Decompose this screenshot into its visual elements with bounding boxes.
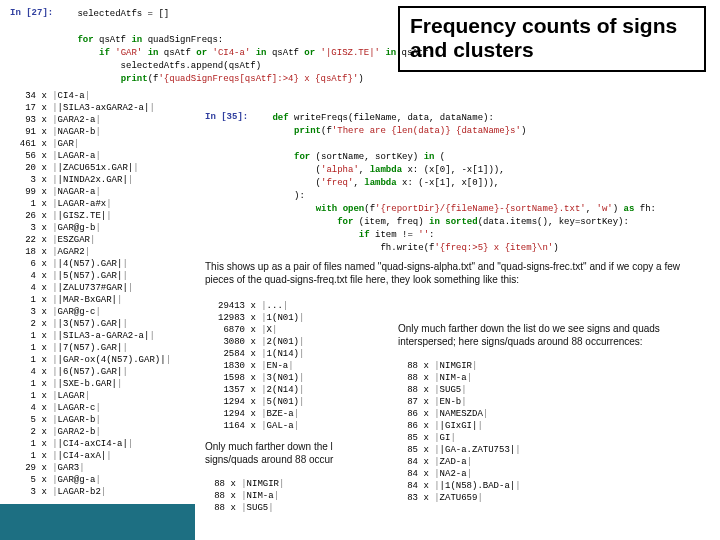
freq-row: 1 x ||SILA3-a-GARA2-a|| <box>10 330 185 342</box>
freq-row: 1 x ||7(N57).GAR|| <box>10 342 185 354</box>
freq-row: 4 x ||5(N57).GAR|| <box>10 270 185 282</box>
freq-row: 86 x |NAMESZDA| <box>398 408 578 420</box>
freq-row: 29 x |GAR3| <box>10 462 185 474</box>
freq-row: 1 x |LAGAR-a#x| <box>10 198 185 210</box>
freq-row: 85 x |GI| <box>398 432 578 444</box>
freq-row: 1 x ||CI4-axA|| <box>10 450 185 462</box>
freq-row: 2584 x |1(N14)| <box>205 348 345 360</box>
freq-row: 88 x |SUG5| <box>398 384 578 396</box>
freq-row: 1 x ||GAR-ox(4(N57).GAR)|| <box>10 354 185 366</box>
freq-row: 26 x ||GISZ.TE|| <box>10 210 185 222</box>
cell1-body: selectedAtfs = [] for qsAtf in quadSignF… <box>77 8 434 86</box>
midbottom-freq-list: 88 x |NIMGIR|88 x |NIM-a|88 x |SUG5| <box>205 478 345 514</box>
freq-row: 84 x |NA2-a| <box>398 468 578 480</box>
mid-freq-list: 29413 x |...|12983 x |1(N01)|6870 x |X|3… <box>205 300 345 432</box>
cell1-prompt: In [27]: <box>10 8 72 18</box>
freq-row: 34 x |CI4-a| <box>10 90 185 102</box>
freq-row: 1 x ||MAR-BxGAR|| <box>10 294 185 306</box>
freq-row: 56 x |LAGAR-a| <box>10 150 185 162</box>
freq-row: 84 x |ZAD-a| <box>398 456 578 468</box>
freq-row: 20 x ||ZACU651x.GAR|| <box>10 162 185 174</box>
freq-row: 6870 x |X| <box>205 324 345 336</box>
freq-row: 22 x |ESZGAR| <box>10 234 185 246</box>
freq-row: 88 x |NIMGIR| <box>205 478 345 490</box>
freq-row: 1830 x |EN-a| <box>205 360 345 372</box>
freq-row: 88 x |NIM-a| <box>398 372 578 384</box>
freq-row: 84 x ||1(N58).BAD-a|| <box>398 480 578 492</box>
freq-row: 88 x |NIMGIR| <box>398 360 578 372</box>
freq-row: 3 x |LAGAR-b2| <box>10 486 185 498</box>
freq-row: 3 x |GAR@g-b| <box>10 222 185 234</box>
freq-row: 4 x |LAGAR-c| <box>10 402 185 414</box>
freq-row: 5 x |LAGAR-b| <box>10 414 185 426</box>
code-cell-2: In [35]: def writeFreqs(fileName, data, … <box>205 112 705 255</box>
freq-row: 1294 x |BZE-a| <box>205 408 345 420</box>
freq-row: 1164 x |GAL-a| <box>205 420 345 432</box>
freq-row: 5 x |GAR@g-a| <box>10 474 185 486</box>
freq-row: 88 x |SUG5| <box>205 502 345 514</box>
freq-row: 2 x ||3(N57).GAR|| <box>10 318 185 330</box>
freq-row: 1294 x |5(N01)| <box>205 396 345 408</box>
freq-row: 18 x |AGAR2| <box>10 246 185 258</box>
freq-row: 1 x |LAGAR| <box>10 390 185 402</box>
freq-row: 17 x ||SILA3-axGARA2-a|| <box>10 102 185 114</box>
right-freq-list: 88 x |NIMGIR|88 x |NIM-a|88 x |SUG5|87 x… <box>398 360 578 504</box>
freq-row: 3 x ||NINDA2x.GAR|| <box>10 174 185 186</box>
code-cell-1: In [27]: selectedAtfs = [] for qsAtf in … <box>10 8 570 86</box>
freq-row: 88 x |NIM-a| <box>205 490 345 502</box>
freq-row: 1 x ||SXE-b.GAR|| <box>10 378 185 390</box>
freq-row: 1357 x |2(N14)| <box>205 384 345 396</box>
freq-row: 86 x ||GIxGI|| <box>398 420 578 432</box>
freq-row: 91 x |NAGAR-b| <box>10 126 185 138</box>
freq-row: 87 x |EN-b| <box>398 396 578 408</box>
freq-row: 83 x |ZATU659| <box>398 492 578 504</box>
freq-row: 461 x |GAR| <box>10 138 185 150</box>
cell2-body: def writeFreqs(fileName, data, dataName)… <box>272 112 656 255</box>
freq-row: 93 x |GARA2-a| <box>10 114 185 126</box>
explain-para-1: This shows up as a pair of files named "… <box>205 260 705 286</box>
freq-row: 4 x ||6(N57).GAR|| <box>10 366 185 378</box>
explain-para-2: Only much farther down the l signs/quads… <box>205 440 385 466</box>
freq-row: 85 x ||GA-a.ZATU753|| <box>398 444 578 456</box>
freq-row: 6 x ||4(N57).GAR|| <box>10 258 185 270</box>
footer-bar <box>0 504 195 540</box>
freq-row: 12983 x |1(N01)| <box>205 312 345 324</box>
left-freq-list: 34 x |CI4-a|17 x ||SILA3-axGARA2-a||93 x… <box>10 90 185 498</box>
freq-row: 3080 x |2(N01)| <box>205 336 345 348</box>
explain-para-3: Only much farther down the list do we se… <box>398 322 708 348</box>
freq-row: 29413 x |...| <box>205 300 345 312</box>
cell2-prompt: In [35]: <box>205 112 267 122</box>
freq-row: 99 x |NAGAR-a| <box>10 186 185 198</box>
freq-row: 1598 x |3(N01)| <box>205 372 345 384</box>
freq-row: 3 x |GAR@g-c| <box>10 306 185 318</box>
freq-row: 2 x |GARA2-b| <box>10 426 185 438</box>
freq-row: 1 x ||CI4-axCI4-a|| <box>10 438 185 450</box>
freq-row: 4 x ||ZALU737#GAR|| <box>10 282 185 294</box>
